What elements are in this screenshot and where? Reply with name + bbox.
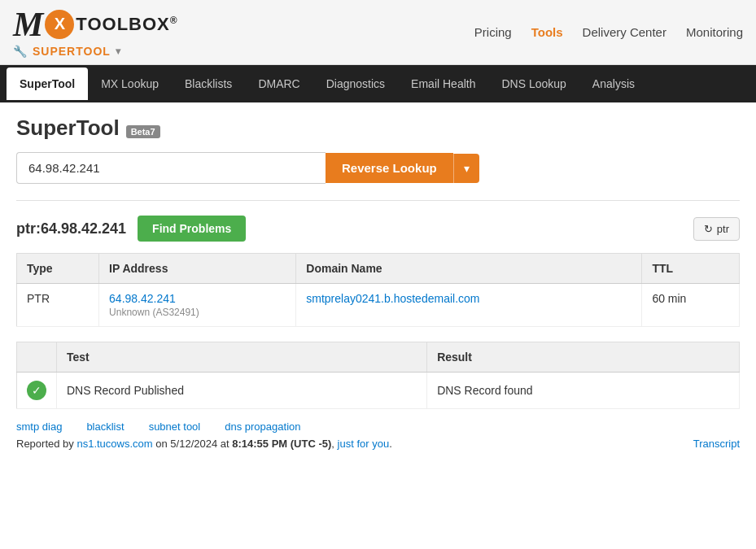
table-row: PTR 64.98.42.241 Unknown (AS32491) smtpr… bbox=[17, 284, 740, 327]
nav-monitoring[interactable]: Monitoring bbox=[686, 25, 743, 39]
footer-report-prefix: Reported by bbox=[16, 438, 76, 450]
ip-link[interactable]: 64.98.42.241 bbox=[109, 292, 176, 305]
col-type: Type bbox=[17, 254, 99, 284]
logo-toolbox-text: TOOLBOX® bbox=[76, 14, 177, 35]
logo-top: M X TOOLBOX® bbox=[13, 7, 178, 41]
col-ttl: TTL bbox=[642, 254, 740, 284]
tab-mx-lookup[interactable]: MX Lookup bbox=[88, 68, 172, 100]
ptr-section: ptr:64.98.42.241 Find Problems ↻ ptr bbox=[16, 216, 740, 242]
ptr-left: ptr:64.98.42.241 Find Problems bbox=[16, 216, 246, 242]
supertool-icon: 🔧 bbox=[13, 45, 28, 58]
tab-blacklists[interactable]: Blacklists bbox=[172, 68, 245, 100]
footer-links: smtp diag blacklist subnet tool dns prop… bbox=[16, 420, 740, 433]
results-table: Type IP Address Domain Name TTL PTR 64.9… bbox=[16, 253, 740, 327]
nav-pricing[interactable]: Pricing bbox=[474, 25, 512, 39]
search-input[interactable] bbox=[16, 152, 326, 184]
nav-tools[interactable]: Tools bbox=[531, 25, 563, 39]
lookup-dropdown-button[interactable]: ▾ bbox=[453, 154, 479, 183]
pass-icon: ✓ bbox=[27, 381, 46, 400]
test-table-head: Test Result bbox=[17, 342, 740, 373]
refresh-icon: ↻ bbox=[704, 223, 713, 235]
search-bar: Reverse Lookup ▾ bbox=[16, 152, 740, 184]
footer-link-subnet-tool[interactable]: subnet tool bbox=[149, 420, 201, 433]
supertool-label: SUPERTOOL bbox=[33, 45, 111, 58]
page-title-area: SuperTool Beta7 bbox=[16, 115, 740, 141]
ptr-label: ptr:64.98.42.241 bbox=[16, 220, 126, 237]
cell-domain: smtprelay0241.b.hostedemail.com bbox=[296, 284, 642, 327]
tab-dmarc[interactable]: DMARC bbox=[245, 68, 312, 100]
tab-analysis[interactable]: Analysis bbox=[579, 68, 648, 100]
top-nav: Pricing Tools Delivery Center Monitoring bbox=[474, 25, 743, 39]
beta-badge: Beta7 bbox=[126, 125, 160, 138]
logo-area: M X TOOLBOX® 🔧 SUPERTOOL ▾ bbox=[13, 7, 178, 58]
nav-delivery-center[interactable]: Delivery Center bbox=[583, 25, 666, 39]
reverse-lookup-button[interactable]: Reverse Lookup bbox=[326, 153, 453, 183]
domain-link[interactable]: smtprelay0241.b.hostedemail.com bbox=[306, 292, 479, 305]
logo-x-circle: X bbox=[45, 10, 74, 39]
cell-test-name: DNS Record Published bbox=[57, 373, 427, 409]
tab-dns-lookup[interactable]: DNS Lookup bbox=[488, 68, 579, 100]
col-status-icon bbox=[17, 342, 57, 373]
logo-supertool[interactable]: 🔧 SUPERTOOL ▾ bbox=[13, 45, 121, 58]
supertool-dropdown-arrow[interactable]: ▾ bbox=[116, 46, 121, 57]
tab-supertool[interactable]: SuperTool bbox=[7, 68, 88, 100]
cell-test-result: DNS Record found bbox=[427, 373, 740, 409]
header: M X TOOLBOX® 🔧 SUPERTOOL ▾ Pricing Tools… bbox=[0, 0, 756, 65]
main-content: SuperTool Beta7 Reverse Lookup ▾ ptr:64.… bbox=[0, 102, 756, 463]
logo-m: M bbox=[13, 7, 42, 41]
tab-email-health[interactable]: Email Health bbox=[398, 68, 488, 100]
col-test: Test bbox=[57, 342, 427, 373]
col-domain: Domain Name bbox=[296, 254, 642, 284]
cell-type: PTR bbox=[17, 284, 99, 327]
page-title: SuperTool bbox=[16, 115, 120, 141]
results-table-body: PTR 64.98.42.241 Unknown (AS32491) smtpr… bbox=[17, 284, 740, 327]
test-table-body: ✓ DNS Record Published DNS Record found bbox=[17, 373, 740, 409]
footer-report-time: 8:14:55 PM (UTC -5) bbox=[232, 438, 331, 450]
col-result: Result bbox=[427, 342, 740, 373]
test-table: Test Result ✓ DNS Record Published DNS R… bbox=[16, 342, 740, 409]
col-ip: IP Address bbox=[99, 254, 296, 284]
find-problems-button[interactable]: Find Problems bbox=[138, 216, 246, 242]
footer-report-text: Reported by ns1.tucows.com on 5/12/2024 … bbox=[16, 438, 392, 450]
cell-ttl: 60 min bbox=[642, 284, 740, 327]
tab-diagnostics[interactable]: Diagnostics bbox=[313, 68, 398, 100]
cell-ip: 64.98.42.241 Unknown (AS32491) bbox=[99, 284, 296, 327]
footer-link-blacklist[interactable]: blacklist bbox=[86, 420, 124, 433]
table-row: ✓ DNS Record Published DNS Record found bbox=[17, 373, 740, 409]
footer-text: Reported by ns1.tucows.com on 5/12/2024 … bbox=[16, 438, 740, 450]
results-table-head: Type IP Address Domain Name TTL bbox=[17, 254, 740, 284]
footer-transcript-link[interactable]: Transcript bbox=[693, 438, 740, 450]
section-divider bbox=[16, 200, 740, 201]
ip-sub: Unknown (AS32491) bbox=[109, 307, 199, 318]
ptr-refresh-button[interactable]: ↻ ptr bbox=[693, 217, 740, 241]
ptr-button-label: ptr bbox=[717, 223, 729, 235]
tab-bar: SuperTool MX Lookup Blacklists DMARC Dia… bbox=[0, 65, 756, 102]
footer-just-for-you-link[interactable]: just for you bbox=[338, 438, 390, 450]
footer-reporter-link[interactable]: ns1.tucows.com bbox=[76, 438, 152, 450]
footer-link-dns-propagation[interactable]: dns propagation bbox=[225, 420, 300, 433]
footer-link-smtp-diag[interactable]: smtp diag bbox=[16, 420, 62, 433]
cell-status: ✓ bbox=[17, 373, 57, 409]
